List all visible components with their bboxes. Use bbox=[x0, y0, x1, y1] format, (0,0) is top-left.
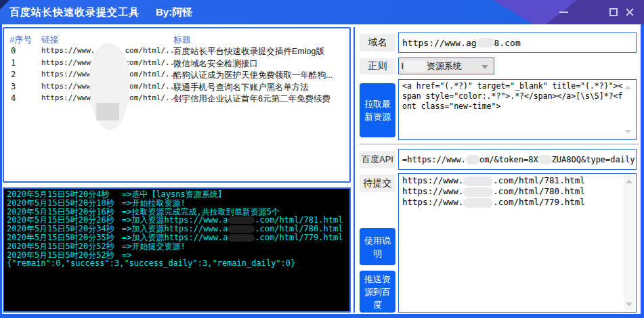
log-console[interactable]: 2020年5月15日5时20分4秒=>选中【laysns资源系统】2020年5月… bbox=[3, 187, 351, 313]
row-index: 0 bbox=[11, 46, 16, 55]
table-row[interactable]: 0https://www.com/html/...百度站长平台快速收录提交插件E… bbox=[4, 46, 349, 58]
row-index: 4 bbox=[11, 93, 16, 103]
column-header-link: 链接 bbox=[41, 34, 59, 46]
regex-label: 正则 bbox=[360, 58, 395, 74]
title-bar[interactable]: 百度站长快速收录提交工具 By:阿怪 bbox=[0, 0, 644, 24]
regex-select[interactable]: l资源系统 bbox=[398, 58, 494, 74]
regex-pattern-textarea[interactable]: <a href="(.*?)" target="_blank" title="(… bbox=[398, 79, 637, 140]
redaction-blur bbox=[538, 155, 552, 164]
row-title: 酷狗认证成为医护天使免费领取一年酷狗... bbox=[173, 70, 332, 81]
log-message: {"remain":0,"success":3,"success_daily":… bbox=[7, 258, 295, 268]
redaction-blur bbox=[228, 225, 255, 233]
pending-url: https://www..com/html/781.html bbox=[402, 175, 622, 186]
window-frame bbox=[0, 24, 2, 318]
pending-url: https://www..com/html/780.html bbox=[402, 186, 622, 197]
domain-label: 域名 bbox=[360, 34, 395, 51]
minimize-button[interactable] bbox=[556, 5, 571, 20]
window-frame bbox=[0, 314, 644, 318]
row-title: 创宇信用企业认证首年6元第二年免费续费 bbox=[173, 93, 330, 105]
redaction-blur bbox=[228, 234, 255, 242]
row-title: 微信域名安全检测接口 bbox=[173, 58, 258, 70]
log-timestamp: 2020年5月15日5时20分52秒 bbox=[7, 242, 122, 251]
minimize-icon bbox=[559, 12, 568, 13]
pending-label: 待提交 bbox=[360, 175, 395, 192]
pending-url: https://www..com/html/779.html bbox=[402, 197, 622, 208]
console-line: 2020年5月15日5时20分52秒=>开始提交资源! bbox=[7, 242, 347, 251]
table-row[interactable]: 2https://www.com/html/...酷狗认证成为医护天使免费领取一… bbox=[4, 70, 349, 81]
close-icon bbox=[625, 7, 635, 17]
maximize-button[interactable] bbox=[606, 5, 621, 20]
window-frame bbox=[641, 24, 644, 318]
console-line: {"remain":0,"success":3,"success_daily":… bbox=[7, 259, 347, 268]
scrollbar[interactable] bbox=[624, 175, 635, 311]
baidu-api-input[interactable]: =https://www.om/&token=8XZUA8OQ&type=dai… bbox=[398, 149, 637, 170]
row-title: 联通手机号查询名下账户黑名单方法 bbox=[173, 82, 309, 93]
table-row[interactable]: 3https://www.com/html/...联通手机号查询名下账户黑名单方… bbox=[4, 82, 349, 93]
app-window: 百度站长快速收录提交工具 By:阿怪 #序号 链接 标题 0https://ww… bbox=[0, 0, 644, 318]
redaction-blur bbox=[463, 187, 493, 197]
redaction-blur bbox=[89, 43, 130, 130]
maximize-icon bbox=[609, 8, 618, 16]
scroll-down-icon[interactable] bbox=[624, 130, 631, 134]
redaction-blur bbox=[466, 155, 479, 164]
window-byline: By:阿怪 bbox=[156, 6, 192, 19]
row-title: 百度站长平台快速收录提交插件Emlog版 bbox=[173, 46, 324, 58]
log-timestamp: 2020年5月15日5时20分10秒 bbox=[7, 199, 122, 208]
scroll-down-icon[interactable] bbox=[626, 302, 632, 306]
push-to-baidu-button[interactable]: 推送资源到百度 bbox=[360, 271, 395, 313]
scroll-up-icon[interactable] bbox=[624, 85, 631, 89]
baidu-api-label: 百度API bbox=[360, 151, 395, 168]
column-header-title: 标题 bbox=[173, 34, 191, 46]
help-button[interactable]: 使用说明 bbox=[360, 228, 395, 265]
table-row[interactable]: 4https://www.com/html/...创宇信用企业认证首年6元第二年… bbox=[4, 93, 349, 105]
row-index: 3 bbox=[11, 82, 16, 91]
log-timestamp: 2020年5月15日5时20分35秒 bbox=[7, 233, 122, 242]
close-button[interactable] bbox=[622, 5, 637, 20]
horizontal-divider bbox=[359, 143, 639, 145]
redaction-blur bbox=[228, 217, 255, 224]
row-index: 1 bbox=[11, 58, 16, 68]
window-controls bbox=[556, 0, 637, 24]
row-index: 2 bbox=[11, 70, 16, 79]
pull-latest-button[interactable]: 拉取最新资源 bbox=[360, 83, 395, 137]
chevron-down-icon bbox=[481, 65, 488, 69]
pending-submit-textarea[interactable]: https://www..com/html/781.htmlhttps://ww… bbox=[398, 173, 637, 313]
window-title: 百度站长快速收录提交工具 bbox=[9, 6, 139, 19]
redaction-blur bbox=[477, 38, 494, 47]
results-table[interactable]: #序号 链接 标题 0https://www.com/html/...百度站长平… bbox=[3, 27, 351, 183]
log-timestamp: 2020年5月15日5时20分4秒 bbox=[7, 190, 122, 199]
domain-input[interactable]: https://www.ag8.com bbox=[398, 32, 637, 53]
column-header-index: #序号 bbox=[9, 34, 32, 46]
vertical-divider bbox=[353, 27, 355, 313]
redaction-blur bbox=[463, 177, 493, 186]
table-row[interactable]: 1https://www.com/html/...微信域名安全检测接口 bbox=[4, 58, 349, 70]
scroll-up-icon[interactable] bbox=[626, 179, 632, 183]
redaction-blur bbox=[463, 198, 493, 208]
redaction-blur bbox=[404, 61, 427, 72]
